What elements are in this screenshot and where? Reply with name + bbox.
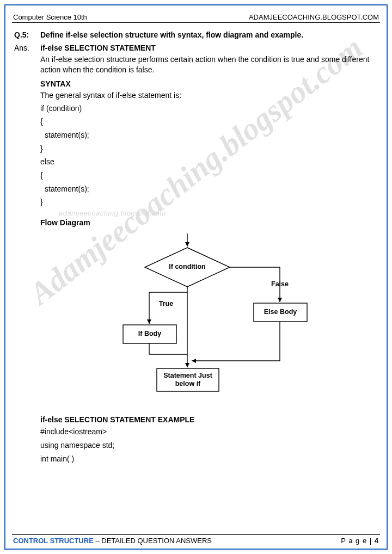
syntax-line: {	[40, 116, 378, 128]
flowchart: If condition False True Else Body If Bod…	[100, 231, 329, 405]
footer-page-label: P a g e	[341, 537, 367, 545]
question-text: Define if-else selection structure with …	[40, 30, 378, 39]
flow-false-label: False	[264, 280, 296, 288]
footer-left: CONTROL STRUCTURE – DETAILED QUESTION AN…	[13, 537, 212, 545]
syntax-line: statement(s);	[40, 130, 378, 141]
page-header: Computer Science 10th ADAMJEECOACHING.BL…	[12, 10, 380, 23]
syntax-lead: The general syntax of if-else statement …	[40, 90, 378, 101]
footer-page-num: 4	[375, 537, 379, 545]
syntax-line: }	[40, 196, 378, 208]
header-right: ADAMJEECOACHING.BLOGSPOT.COM	[249, 13, 379, 21]
answer-label: Ans.	[14, 44, 35, 466]
question-row: Q.5: Define if-else selection structure …	[14, 30, 378, 39]
answer-row: Ans. if-else SELECTION STATEMENT An if-e…	[14, 44, 378, 466]
answer-intro: An if-else selection structure performs …	[40, 54, 378, 75]
answer-body: if-else SELECTION STATEMENT An if-else s…	[40, 44, 378, 466]
syntax-line: else	[40, 156, 378, 168]
example-line: using namespace std;	[40, 440, 378, 452]
example-line: int main( )	[40, 453, 378, 465]
flow-after-label: Statement Just below if	[159, 372, 217, 387]
question-number: Q.5:	[14, 30, 35, 39]
syntax-heading: SYNTAX	[40, 79, 378, 88]
footer-topic-highlight: CONTROL STRUCTURE	[13, 537, 94, 545]
syntax-line: {	[40, 170, 378, 182]
page-content: Q.5: Define if-else selection structure …	[12, 30, 380, 530]
syntax-line: if (condition)	[40, 103, 378, 115]
flow-heading: Flow Diagram	[40, 218, 378, 227]
footer-topic-rest: – DETAILED QUESTION ANSWERS	[94, 537, 212, 545]
header-left: Computer Science 10th	[13, 13, 87, 21]
syntax-line: }	[40, 143, 378, 155]
example-line: #include<iostream>	[40, 426, 378, 438]
footer-right: P a g e | 4	[341, 537, 379, 545]
syntax-line: statement(s);	[40, 183, 378, 195]
flow-condition-label: If condition	[166, 263, 209, 270]
page-footer: CONTROL STRUCTURE – DETAILED QUESTION AN…	[12, 534, 380, 545]
flow-if-body-label: If Body	[128, 330, 171, 337]
example-heading: if-else SELECTION STATEMENT EXAMPLE	[40, 415, 378, 424]
answer-title: if-else SELECTION STATEMENT	[40, 44, 378, 52]
flow-else-body-label: Else Body	[259, 308, 302, 316]
footer-page-sep: |	[367, 537, 375, 545]
flow-true-label: True	[152, 300, 180, 307]
